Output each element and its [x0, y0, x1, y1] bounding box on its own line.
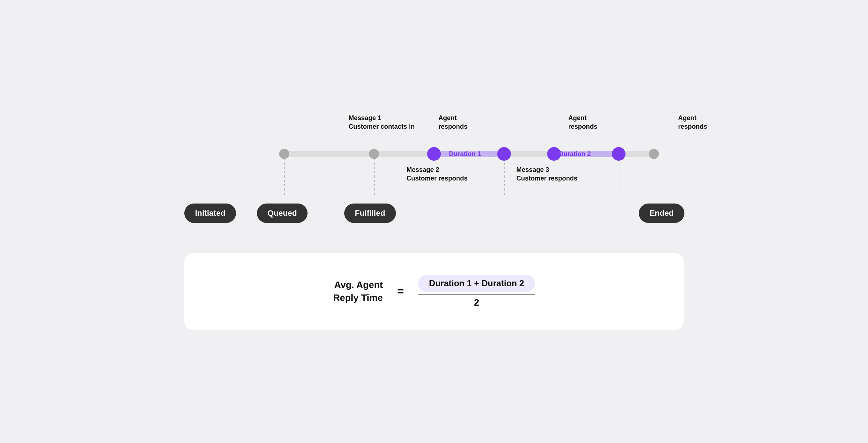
formula-numerator: Duration 1 + Duration 2 — [418, 275, 535, 292]
dashed-line-dl1 — [284, 154, 285, 197]
badge-queued: Queued — [257, 204, 308, 223]
badge-initiated: Initiated — [184, 204, 236, 223]
label-below-msg2: Message 2Customer responds — [407, 165, 468, 183]
duration-label-dur2: Duration 2 — [559, 150, 591, 157]
formula-card: Avg. Agent Reply Time = Duration 1 + Dur… — [184, 253, 684, 330]
segment-seg3 — [504, 151, 554, 157]
label-above-msg1: Message 1Customer contacts in — [348, 114, 415, 131]
node-n2 — [369, 149, 379, 159]
formula-denominator: 2 — [474, 297, 479, 308]
duration-label-dur1: Duration 1 — [449, 150, 481, 157]
formula-fraction: Duration 1 + Duration 2 2 — [418, 275, 535, 308]
formula-divider — [418, 294, 535, 295]
formula-label-line2: Reply Time — [333, 291, 383, 304]
dashed-line-dl2 — [374, 154, 375, 197]
formula-label: Avg. Agent Reply Time — [333, 278, 383, 305]
node-n6 — [612, 147, 625, 161]
track: Duration 1Duration 2 — [184, 146, 684, 162]
node-n1 — [279, 149, 289, 159]
formula-label-line1: Avg. Agent — [333, 278, 383, 291]
label-above-agent3: Agentresponds — [678, 114, 707, 131]
label-above-agent2: Agentresponds — [568, 114, 597, 131]
label-below-msg3: Message 3Customer responds — [516, 165, 577, 183]
node-n3 — [427, 147, 441, 161]
formula-equals: = — [397, 285, 404, 298]
track-wrapper: Duration 1Duration 2 — [184, 146, 684, 162]
node-n5 — [547, 147, 561, 161]
node-n4 — [497, 147, 511, 161]
timeline-section: Message 1Customer contacts inAgentrespon… — [184, 114, 684, 228]
node-n7 — [649, 149, 659, 159]
main-card: Message 1Customer contacts inAgentrespon… — [156, 92, 712, 351]
labels-below: Message 2Customer respondsMessage 3Custo… — [184, 164, 684, 193]
badge-fulfilled: Fulfilled — [344, 204, 396, 223]
labels-above: Message 1Customer contacts inAgentrespon… — [256, 114, 669, 146]
badges-row: InitiatedQueuedFulfilledEnded — [184, 204, 684, 228]
label-above-agent1: Agentresponds — [438, 114, 467, 131]
badge-ended: Ended — [639, 204, 684, 223]
segment-seg1 — [284, 151, 434, 157]
